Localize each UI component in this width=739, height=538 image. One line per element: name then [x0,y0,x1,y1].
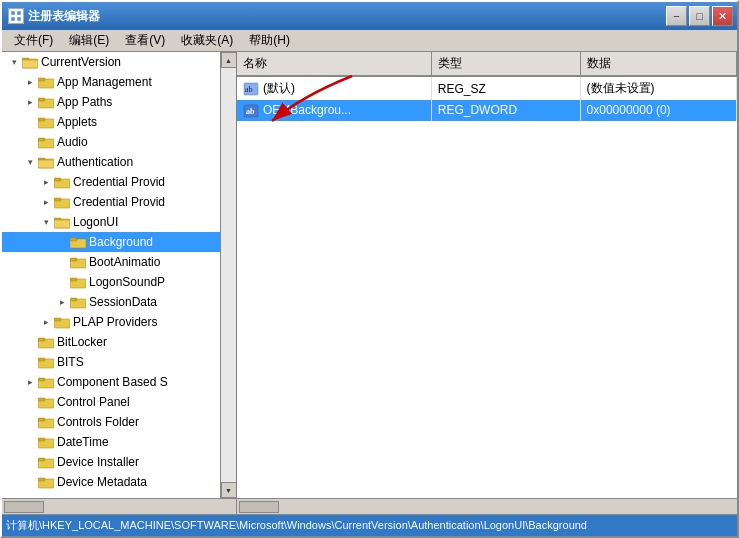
main-area: ▾ CurrentVersion▸ App Management▸ App Pa… [2,52,737,498]
folder-icon-plap [54,315,70,329]
vertical-scrollbar[interactable]: ▲ ▼ [220,52,236,498]
expand-btn-deviceinstaller[interactable] [22,454,38,470]
tree-item-audio[interactable]: Audio [2,132,236,152]
tree-item-componentbased[interactable]: ▸ Component Based S [2,372,236,392]
h-scroll-track-left[interactable] [2,499,236,514]
tree-label-background: Background [89,235,153,249]
tree-item-bitlocker[interactable]: BitLocker [2,332,236,352]
tree-panel: ▾ CurrentVersion▸ App Management▸ App Pa… [2,52,237,498]
window-title: 注册表编辑器 [28,8,100,25]
table-row[interactable]: ab (默认)REG_SZ(数值未设置) [237,76,737,100]
app-icon [8,8,24,24]
expand-btn-bits[interactable] [22,354,38,370]
tree-item-controlsfolder[interactable]: Controls Folder [2,412,236,432]
tree-item-applets[interactable]: Applets [2,112,236,132]
cell-type-0: REG_SZ [431,76,580,100]
expand-btn-authentication[interactable]: ▾ [22,154,38,170]
expand-btn-audio[interactable] [22,134,38,150]
menu-favorites[interactable]: 收藏夹(A) [173,30,241,51]
svg-rect-28 [70,258,77,261]
tree-item-bootanimation[interactable]: BootAnimatio [2,252,236,272]
expand-btn-sessiondata[interactable]: ▸ [54,294,70,310]
tree-item-background[interactable]: Background [2,232,236,252]
folder-icon-background [70,235,86,249]
tree-label-authentication: Authentication [57,155,133,169]
expand-btn-background[interactable] [54,234,70,250]
tree-label-logonsoundp: LogonSoundP [89,275,165,289]
svg-rect-44 [38,418,45,421]
menu-bar: 文件(F) 编辑(E) 查看(V) 收藏夹(A) 帮助(H) [2,30,737,52]
expand-btn-controlpanel[interactable] [22,394,38,410]
folder-icon-bootanimation [70,255,86,269]
scroll-up-button[interactable]: ▲ [221,52,237,68]
tree-label-devicemetadata: Device Metadata [57,475,147,489]
expand-btn-apppaths[interactable]: ▸ [22,94,38,110]
scroll-down-button[interactable]: ▼ [221,482,237,498]
menu-file[interactable]: 文件(F) [6,30,61,51]
expand-btn-bitlocker[interactable] [22,334,38,350]
tree-item-apppaths[interactable]: ▸ App Paths [2,92,236,112]
minimize-button[interactable]: − [666,6,687,26]
tree-item-logonui[interactable]: ▾ LogonUI [2,212,236,232]
svg-rect-21 [54,198,61,201]
expand-btn-applets[interactable] [22,114,38,130]
cell-name-0: ab (默认) [237,76,431,100]
folder-icon-datetime [38,435,54,449]
expand-btn-componentbased[interactable]: ▸ [22,374,38,390]
tree-item-currentversion[interactable]: ▾ CurrentVersion [2,52,236,72]
menu-help[interactable]: 帮助(H) [241,30,298,51]
col-type: 类型 [431,52,580,76]
maximize-button[interactable]: □ [689,6,710,26]
expand-btn-logonsoundp[interactable] [54,274,70,290]
expand-btn-controlsfolder[interactable] [22,414,38,430]
dword-icon: ab [243,104,259,118]
expand-btn-plap[interactable]: ▸ [38,314,54,330]
close-button[interactable]: ✕ [712,6,733,26]
expand-btn-devicemetadata[interactable] [22,474,38,490]
tree-item-controlpanel[interactable]: Control Panel [2,392,236,412]
h-scroll-area [2,498,737,514]
tree-item-credprov1[interactable]: ▸ Credential Provid [2,172,236,192]
expand-btn-credprov1[interactable]: ▸ [38,174,54,190]
expand-btn-datetime[interactable] [22,434,38,450]
cell-data-0: (数值未设置) [580,76,736,100]
scroll-track[interactable] [221,68,237,482]
expand-btn-appmanagement[interactable]: ▸ [22,74,38,90]
tree-item-bits[interactable]: BITS [2,352,236,372]
tree-item-appmanagement[interactable]: ▸ App Management [2,72,236,92]
h-scroll-track-right[interactable] [237,499,737,514]
svg-rect-1 [17,11,21,15]
tree-item-credprov2[interactable]: ▸ Credential Provid [2,192,236,212]
folder-icon-audio [38,135,54,149]
expand-btn-logonui[interactable]: ▾ [38,214,54,230]
tree-item-devicemetadata[interactable]: Device Metadata [2,472,236,492]
tree-item-logonsoundp[interactable]: LogonSoundP [2,272,236,292]
svg-rect-26 [70,238,77,241]
tree-label-datetime: DateTime [57,435,109,449]
tree-item-sessiondata[interactable]: ▸ SessionData [2,292,236,312]
folder-icon-applets [38,115,54,129]
expand-btn-currentversion[interactable]: ▾ [6,54,22,70]
folder-icon-logonsoundp [70,275,86,289]
tree-item-datetime[interactable]: DateTime [2,432,236,452]
svg-rect-36 [38,338,45,341]
tree-scroll[interactable]: ▾ CurrentVersion▸ App Management▸ App Pa… [2,52,236,498]
menu-view[interactable]: 查看(V) [117,30,173,51]
title-bar: 注册表编辑器 − □ ✕ [2,2,737,30]
col-name: 名称 [237,52,431,76]
expand-btn-credprov2[interactable]: ▸ [38,194,54,210]
menu-edit[interactable]: 编辑(E) [61,30,117,51]
cell-name-text-0: (默认) [263,81,295,95]
h-scroll-thumb-left[interactable] [4,501,44,513]
folder-icon-appmanagement [38,75,54,89]
tree-label-deviceinstaller: Device Installer [57,455,139,469]
tree-item-plap[interactable]: ▸ PLAP Providers [2,312,236,332]
h-scroll-thumb-right[interactable] [239,501,279,513]
tree-item-deviceinstaller[interactable]: Device Installer [2,452,236,472]
tree-item-authentication[interactable]: ▾ Authentication [2,152,236,172]
table-row[interactable]: ab OEMBackgrou...REG_DWORD0x00000000 (0) [237,100,737,121]
expand-btn-bootanimation[interactable] [54,254,70,270]
right-panel: 名称 类型 数据 ab (默认)REG_SZ(数值未设置) ab OEMBack… [237,52,737,498]
svg-rect-14 [38,138,45,141]
cell-type-1: REG_DWORD [431,100,580,121]
